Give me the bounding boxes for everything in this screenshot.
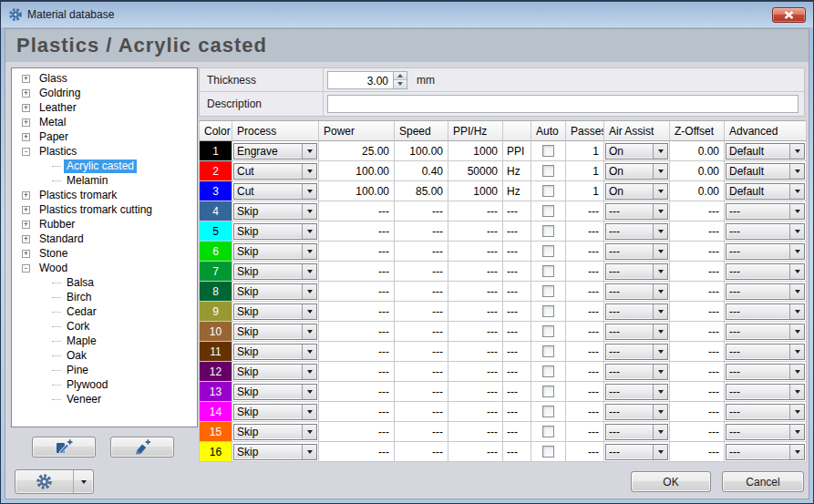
advanced-dropdown[interactable]: ---: [726, 344, 805, 360]
tree-item-plastics-tromark-cutting[interactable]: +Plastics tromark cutting: [12, 202, 197, 217]
expand-toggle-icon[interactable]: +: [22, 221, 30, 229]
advanced-dropdown-arrow-button[interactable]: [789, 164, 804, 179]
advanced-dropdown[interactable]: ---: [726, 404, 805, 420]
expand-toggle-icon[interactable]: +: [22, 191, 30, 200]
settings-button[interactable]: [15, 470, 73, 493]
tree-item-melamin[interactable]: Melamin: [12, 173, 197, 188]
tree-item-balsa[interactable]: Balsa: [12, 275, 197, 290]
speed-cell[interactable]: ---: [395, 221, 448, 242]
advanced-dropdown-arrow-button[interactable]: [789, 244, 804, 259]
speed-cell[interactable]: 85.00: [395, 181, 448, 201]
power-cell[interactable]: 100.00: [319, 181, 395, 201]
ppi-hz-cell[interactable]: ---: [448, 422, 503, 442]
z-offset-cell[interactable]: ---: [670, 422, 725, 442]
advanced-dropdown[interactable]: ---: [726, 203, 805, 220]
speed-cell[interactable]: ---: [395, 242, 448, 262]
air-assist-dropdown[interactable]: ---: [605, 444, 668, 460]
air-assist-dropdown-arrow-button[interactable]: [653, 284, 667, 299]
auto-checkbox[interactable]: [542, 165, 554, 177]
ppi-hz-cell[interactable]: ---: [448, 382, 503, 402]
z-offset-cell[interactable]: 0.00: [670, 181, 725, 201]
passes-cell[interactable]: 1: [566, 161, 604, 181]
advanced-dropdown[interactable]: ---: [726, 384, 805, 400]
advanced-dropdown[interactable]: ---: [726, 223, 805, 240]
process-dropdown[interactable]: Skip: [233, 223, 317, 240]
power-cell[interactable]: ---: [319, 442, 395, 462]
air-assist-dropdown[interactable]: ---: [605, 324, 668, 340]
air-assist-dropdown[interactable]: ---: [605, 243, 668, 260]
advanced-dropdown-arrow-button[interactable]: [789, 365, 804, 379]
speed-cell[interactable]: ---: [395, 342, 448, 362]
z-offset-cell[interactable]: 0.00: [670, 161, 725, 181]
tree-item-glass[interactable]: +Glass: [12, 71, 197, 86]
ppi-hz-cell[interactable]: ---: [448, 302, 503, 322]
tree-item-acrylic-casted[interactable]: Acrylic casted: [12, 159, 197, 173]
advanced-dropdown-arrow-button[interactable]: [789, 345, 804, 359]
process-dropdown-arrow-button[interactable]: [302, 224, 316, 239]
speed-cell[interactable]: 100.00: [395, 141, 448, 161]
air-assist-dropdown-arrow-button[interactable]: [653, 345, 667, 359]
speed-cell[interactable]: ---: [395, 302, 448, 322]
ppi-hz-cell[interactable]: ---: [448, 342, 503, 362]
process-dropdown[interactable]: Skip: [233, 303, 317, 320]
advanced-dropdown[interactable]: ---: [726, 303, 805, 320]
z-offset-cell[interactable]: ---: [670, 221, 725, 242]
tree-item-maple[interactable]: Maple: [12, 334, 197, 348]
auto-checkbox[interactable]: [542, 285, 554, 297]
advanced-dropdown-arrow-button[interactable]: [789, 425, 804, 439]
z-offset-cell[interactable]: 0.00: [670, 141, 725, 161]
air-assist-dropdown-arrow-button[interactable]: [653, 264, 667, 279]
tree-item-paper[interactable]: +Paper: [12, 129, 197, 144]
passes-cell[interactable]: ---: [566, 342, 604, 362]
ppi-hz-cell[interactable]: ---: [448, 242, 503, 262]
process-dropdown-arrow-button[interactable]: [302, 184, 316, 199]
process-dropdown[interactable]: Cut: [233, 183, 317, 200]
expand-toggle-icon[interactable]: +: [22, 235, 30, 243]
advanced-dropdown[interactable]: ---: [726, 364, 805, 380]
z-offset-cell[interactable]: ---: [670, 262, 725, 282]
tree-item-wood[interactable]: -Wood: [12, 261, 197, 275]
power-cell[interactable]: 100.00: [319, 161, 395, 181]
process-dropdown[interactable]: Skip: [233, 444, 317, 460]
power-cell[interactable]: ---: [319, 422, 395, 442]
tree-item-standard[interactable]: +Standard: [12, 231, 197, 246]
passes-cell[interactable]: ---: [566, 442, 604, 462]
ppi-hz-cell[interactable]: 50000: [448, 161, 503, 181]
air-assist-dropdown[interactable]: On: [605, 163, 668, 180]
process-dropdown[interactable]: Cut: [233, 163, 317, 180]
speed-cell[interactable]: ---: [395, 282, 448, 302]
process-dropdown[interactable]: Skip: [233, 364, 317, 380]
air-assist-dropdown-arrow-button[interactable]: [653, 365, 667, 379]
ppi-hz-cell[interactable]: ---: [448, 362, 503, 382]
add-material-button[interactable]: [110, 437, 174, 458]
add-material-group-button[interactable]: [32, 437, 96, 458]
z-offset-cell[interactable]: ---: [670, 322, 725, 342]
tree-item-metal[interactable]: +Metal: [12, 115, 197, 129]
process-dropdown-arrow-button[interactable]: [302, 244, 316, 259]
tree-item-birch[interactable]: Birch: [12, 290, 197, 304]
speed-cell[interactable]: ---: [395, 201, 448, 221]
passes-cell[interactable]: 1: [566, 141, 604, 161]
passes-cell[interactable]: ---: [566, 302, 604, 322]
advanced-dropdown[interactable]: ---: [726, 424, 805, 440]
advanced-dropdown[interactable]: ---: [726, 283, 805, 300]
expand-toggle-icon[interactable]: +: [22, 206, 30, 214]
power-cell[interactable]: ---: [319, 382, 395, 402]
auto-checkbox[interactable]: [542, 386, 554, 397]
advanced-dropdown-arrow-button[interactable]: [789, 385, 804, 399]
air-assist-dropdown[interactable]: ---: [605, 203, 668, 220]
process-dropdown-arrow-button[interactable]: [302, 445, 316, 459]
speed-cell[interactable]: ---: [395, 362, 448, 382]
z-offset-cell[interactable]: ---: [670, 282, 725, 302]
air-assist-dropdown-arrow-button[interactable]: [653, 304, 667, 319]
process-dropdown[interactable]: Skip: [233, 344, 317, 360]
cancel-button[interactable]: Cancel: [722, 471, 804, 492]
air-assist-dropdown[interactable]: ---: [605, 283, 668, 300]
expand-toggle-icon[interactable]: +: [22, 104, 30, 112]
expand-toggle-icon[interactable]: +: [22, 250, 30, 258]
process-dropdown[interactable]: Skip: [233, 243, 317, 260]
power-cell[interactable]: ---: [319, 322, 395, 342]
air-assist-dropdown-arrow-button[interactable]: [653, 204, 667, 219]
z-offset-cell[interactable]: ---: [670, 382, 725, 402]
air-assist-dropdown-arrow-button[interactable]: [653, 445, 667, 459]
